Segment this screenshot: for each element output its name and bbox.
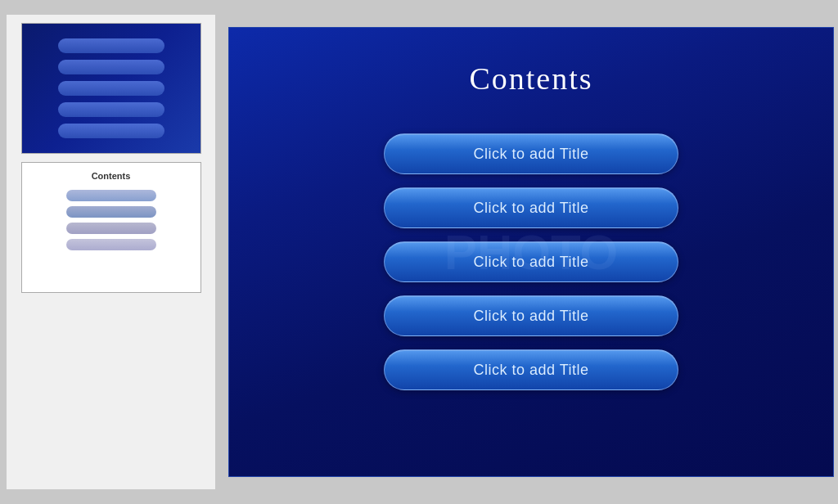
slide-title: Contents: [469, 61, 592, 97]
thumb1-btn-3: [58, 81, 164, 96]
thumb1-btn-4: [58, 102, 164, 117]
thumb1-btn-1: [58, 38, 164, 53]
content-button-5[interactable]: Click to add Title: [384, 349, 678, 390]
thumb1-btn-2: [58, 60, 164, 74]
content-button-4-label: Click to add Title: [473, 308, 588, 325]
thumb2-title: Contents: [92, 171, 131, 181]
thumb2-btn-1: [66, 190, 156, 201]
content-button-1-label: Click to add Title: [473, 146, 588, 163]
content-button-3[interactable]: Click to add Title: [384, 241, 678, 282]
buttons-container: Click to add Title Click to add Title Cl…: [229, 133, 833, 390]
thumb1-btn-5: [58, 124, 164, 138]
content-button-4[interactable]: Click to add Title: [384, 295, 678, 336]
thumb2-btn-3: [66, 223, 156, 234]
thumb2-btn-2: [66, 206, 156, 218]
content-button-1[interactable]: Click to add Title: [384, 133, 678, 174]
main-slide: PHOTO Contents Click to add Title Click …: [228, 27, 834, 477]
thumbnail-2[interactable]: Contents: [21, 162, 201, 293]
content-button-5-label: Click to add Title: [473, 362, 588, 379]
thumb2-btn-4: [66, 239, 156, 250]
sidebar-panel: Contents: [7, 15, 215, 489]
content-button-2-label: Click to add Title: [473, 200, 588, 217]
content-button-3-label: Click to add Title: [473, 254, 588, 271]
content-button-2[interactable]: Click to add Title: [384, 187, 678, 228]
thumbnail-1[interactable]: [21, 23, 201, 154]
